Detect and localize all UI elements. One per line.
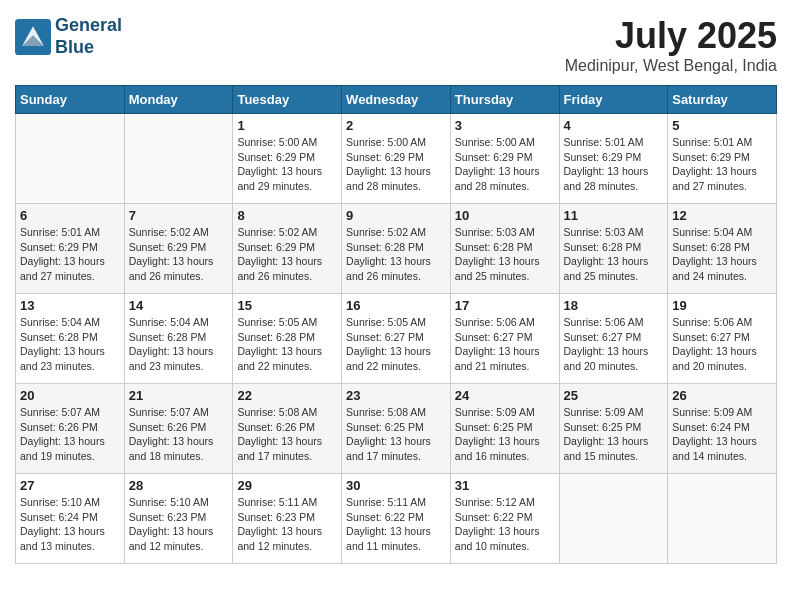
day-number: 25: [564, 388, 664, 403]
logo-line1: General: [55, 15, 122, 35]
calendar-cell: 29Sunrise: 5:11 AM Sunset: 6:23 PM Dayli…: [233, 474, 342, 564]
day-header-wednesday: Wednesday: [342, 86, 451, 114]
day-info: Sunrise: 5:04 AM Sunset: 6:28 PM Dayligh…: [20, 315, 120, 374]
logo: General Blue: [15, 15, 122, 58]
calendar-cell: 16Sunrise: 5:05 AM Sunset: 6:27 PM Dayli…: [342, 294, 451, 384]
calendar-cell: 21Sunrise: 5:07 AM Sunset: 6:26 PM Dayli…: [124, 384, 233, 474]
calendar-cell: 31Sunrise: 5:12 AM Sunset: 6:22 PM Dayli…: [450, 474, 559, 564]
day-info: Sunrise: 5:08 AM Sunset: 6:26 PM Dayligh…: [237, 405, 337, 464]
calendar-cell: 13Sunrise: 5:04 AM Sunset: 6:28 PM Dayli…: [16, 294, 125, 384]
day-number: 19: [672, 298, 772, 313]
day-number: 15: [237, 298, 337, 313]
month-title: July 2025: [565, 15, 777, 57]
calendar-cell: 3Sunrise: 5:00 AM Sunset: 6:29 PM Daylig…: [450, 114, 559, 204]
title-block: July 2025 Medinipur, West Bengal, India: [565, 15, 777, 75]
day-info: Sunrise: 5:10 AM Sunset: 6:23 PM Dayligh…: [129, 495, 229, 554]
day-number: 14: [129, 298, 229, 313]
calendar-cell: 18Sunrise: 5:06 AM Sunset: 6:27 PM Dayli…: [559, 294, 668, 384]
day-info: Sunrise: 5:10 AM Sunset: 6:24 PM Dayligh…: [20, 495, 120, 554]
day-number: 11: [564, 208, 664, 223]
day-info: Sunrise: 5:01 AM Sunset: 6:29 PM Dayligh…: [564, 135, 664, 194]
day-info: Sunrise: 5:06 AM Sunset: 6:27 PM Dayligh…: [455, 315, 555, 374]
day-info: Sunrise: 5:11 AM Sunset: 6:22 PM Dayligh…: [346, 495, 446, 554]
day-info: Sunrise: 5:00 AM Sunset: 6:29 PM Dayligh…: [455, 135, 555, 194]
day-info: Sunrise: 5:05 AM Sunset: 6:27 PM Dayligh…: [346, 315, 446, 374]
day-info: Sunrise: 5:07 AM Sunset: 6:26 PM Dayligh…: [129, 405, 229, 464]
calendar-week-1: 6Sunrise: 5:01 AM Sunset: 6:29 PM Daylig…: [16, 204, 777, 294]
calendar-cell: 30Sunrise: 5:11 AM Sunset: 6:22 PM Dayli…: [342, 474, 451, 564]
day-number: 6: [20, 208, 120, 223]
day-info: Sunrise: 5:05 AM Sunset: 6:28 PM Dayligh…: [237, 315, 337, 374]
calendar-cell: 20Sunrise: 5:07 AM Sunset: 6:26 PM Dayli…: [16, 384, 125, 474]
day-info: Sunrise: 5:04 AM Sunset: 6:28 PM Dayligh…: [672, 225, 772, 284]
day-info: Sunrise: 5:03 AM Sunset: 6:28 PM Dayligh…: [564, 225, 664, 284]
day-header-saturday: Saturday: [668, 86, 777, 114]
calendar-cell: [124, 114, 233, 204]
calendar-cell: 9Sunrise: 5:02 AM Sunset: 6:28 PM Daylig…: [342, 204, 451, 294]
day-number: 17: [455, 298, 555, 313]
day-number: 13: [20, 298, 120, 313]
day-info: Sunrise: 5:00 AM Sunset: 6:29 PM Dayligh…: [346, 135, 446, 194]
day-number: 1: [237, 118, 337, 133]
day-info: Sunrise: 5:11 AM Sunset: 6:23 PM Dayligh…: [237, 495, 337, 554]
day-info: Sunrise: 5:00 AM Sunset: 6:29 PM Dayligh…: [237, 135, 337, 194]
calendar-cell: 23Sunrise: 5:08 AM Sunset: 6:25 PM Dayli…: [342, 384, 451, 474]
calendar-table: SundayMondayTuesdayWednesdayThursdayFrid…: [15, 85, 777, 564]
day-number: 24: [455, 388, 555, 403]
day-number: 20: [20, 388, 120, 403]
calendar-cell: 25Sunrise: 5:09 AM Sunset: 6:25 PM Dayli…: [559, 384, 668, 474]
day-number: 22: [237, 388, 337, 403]
calendar-cell: 19Sunrise: 5:06 AM Sunset: 6:27 PM Dayli…: [668, 294, 777, 384]
day-number: 4: [564, 118, 664, 133]
day-info: Sunrise: 5:01 AM Sunset: 6:29 PM Dayligh…: [672, 135, 772, 194]
day-info: Sunrise: 5:09 AM Sunset: 6:25 PM Dayligh…: [564, 405, 664, 464]
calendar-cell: 27Sunrise: 5:10 AM Sunset: 6:24 PM Dayli…: [16, 474, 125, 564]
day-number: 5: [672, 118, 772, 133]
day-number: 8: [237, 208, 337, 223]
day-header-tuesday: Tuesday: [233, 86, 342, 114]
page-header: General Blue July 2025 Medinipur, West B…: [15, 15, 777, 75]
day-info: Sunrise: 5:02 AM Sunset: 6:29 PM Dayligh…: [129, 225, 229, 284]
day-number: 28: [129, 478, 229, 493]
day-number: 16: [346, 298, 446, 313]
calendar-cell: 15Sunrise: 5:05 AM Sunset: 6:28 PM Dayli…: [233, 294, 342, 384]
day-info: Sunrise: 5:12 AM Sunset: 6:22 PM Dayligh…: [455, 495, 555, 554]
calendar-body: 1Sunrise: 5:00 AM Sunset: 6:29 PM Daylig…: [16, 114, 777, 564]
day-info: Sunrise: 5:03 AM Sunset: 6:28 PM Dayligh…: [455, 225, 555, 284]
calendar-header-row: SundayMondayTuesdayWednesdayThursdayFrid…: [16, 86, 777, 114]
calendar-cell: 2Sunrise: 5:00 AM Sunset: 6:29 PM Daylig…: [342, 114, 451, 204]
calendar-cell: 7Sunrise: 5:02 AM Sunset: 6:29 PM Daylig…: [124, 204, 233, 294]
calendar-week-0: 1Sunrise: 5:00 AM Sunset: 6:29 PM Daylig…: [16, 114, 777, 204]
calendar-cell: [668, 474, 777, 564]
day-number: 29: [237, 478, 337, 493]
calendar-cell: 22Sunrise: 5:08 AM Sunset: 6:26 PM Dayli…: [233, 384, 342, 474]
calendar-week-2: 13Sunrise: 5:04 AM Sunset: 6:28 PM Dayli…: [16, 294, 777, 384]
day-info: Sunrise: 5:04 AM Sunset: 6:28 PM Dayligh…: [129, 315, 229, 374]
calendar-cell: 6Sunrise: 5:01 AM Sunset: 6:29 PM Daylig…: [16, 204, 125, 294]
calendar-cell: 10Sunrise: 5:03 AM Sunset: 6:28 PM Dayli…: [450, 204, 559, 294]
day-info: Sunrise: 5:09 AM Sunset: 6:24 PM Dayligh…: [672, 405, 772, 464]
calendar-cell: 12Sunrise: 5:04 AM Sunset: 6:28 PM Dayli…: [668, 204, 777, 294]
day-header-friday: Friday: [559, 86, 668, 114]
day-info: Sunrise: 5:02 AM Sunset: 6:29 PM Dayligh…: [237, 225, 337, 284]
calendar-week-4: 27Sunrise: 5:10 AM Sunset: 6:24 PM Dayli…: [16, 474, 777, 564]
day-info: Sunrise: 5:06 AM Sunset: 6:27 PM Dayligh…: [564, 315, 664, 374]
day-number: 18: [564, 298, 664, 313]
day-number: 21: [129, 388, 229, 403]
calendar-cell: 8Sunrise: 5:02 AM Sunset: 6:29 PM Daylig…: [233, 204, 342, 294]
calendar-cell: 11Sunrise: 5:03 AM Sunset: 6:28 PM Dayli…: [559, 204, 668, 294]
calendar-cell: 14Sunrise: 5:04 AM Sunset: 6:28 PM Dayli…: [124, 294, 233, 384]
day-info: Sunrise: 5:09 AM Sunset: 6:25 PM Dayligh…: [455, 405, 555, 464]
logo-icon: [15, 19, 51, 55]
calendar-cell: 28Sunrise: 5:10 AM Sunset: 6:23 PM Dayli…: [124, 474, 233, 564]
day-number: 10: [455, 208, 555, 223]
day-info: Sunrise: 5:06 AM Sunset: 6:27 PM Dayligh…: [672, 315, 772, 374]
calendar-cell: 17Sunrise: 5:06 AM Sunset: 6:27 PM Dayli…: [450, 294, 559, 384]
day-number: 31: [455, 478, 555, 493]
day-number: 3: [455, 118, 555, 133]
location: Medinipur, West Bengal, India: [565, 57, 777, 75]
day-header-thursday: Thursday: [450, 86, 559, 114]
day-info: Sunrise: 5:07 AM Sunset: 6:26 PM Dayligh…: [20, 405, 120, 464]
day-number: 2: [346, 118, 446, 133]
day-number: 12: [672, 208, 772, 223]
